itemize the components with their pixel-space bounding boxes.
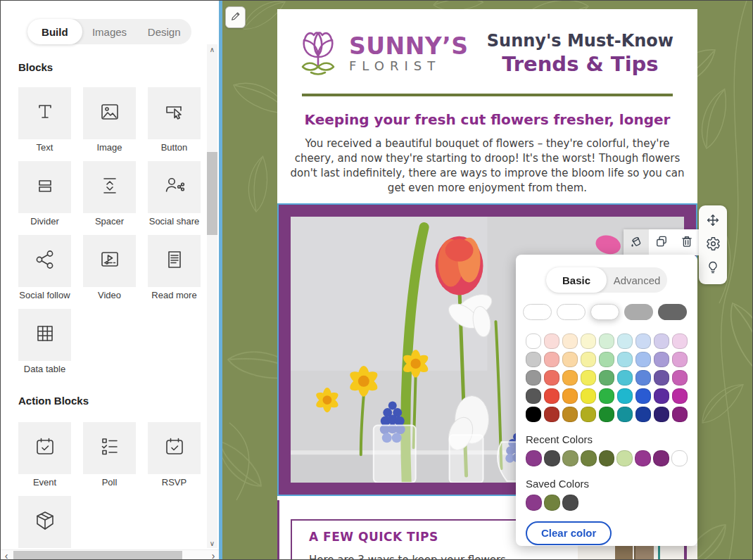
color-swatch[interactable]: [581, 450, 597, 466]
color-swatch[interactable]: [653, 450, 669, 466]
block-spacer[interactable]: Spacer: [83, 161, 136, 229]
color-swatch[interactable]: [562, 388, 578, 404]
color-swatch[interactable]: [544, 370, 559, 386]
color-swatch[interactable]: [562, 333, 578, 349]
block-divider[interactable]: Divider: [18, 161, 71, 229]
color-swatch[interactable]: [617, 333, 633, 349]
color-swatch[interactable]: [526, 407, 541, 422]
color-swatch[interactable]: [672, 352, 688, 367]
block-rsvp[interactable]: RSVP: [148, 422, 201, 490]
body-text-block[interactable]: You received a beautiful bouquet of flow…: [290, 136, 685, 196]
color-swatch[interactable]: [544, 407, 559, 422]
divider-block[interactable]: [302, 94, 673, 96]
color-swatch[interactable]: [526, 370, 541, 386]
color-swatch[interactable]: [672, 333, 688, 349]
scroll-down-arrow[interactable]: ∨: [207, 538, 217, 548]
color-swatch[interactable]: [544, 388, 559, 404]
block-social-share[interactable]: Social share: [148, 161, 201, 229]
duplicate-button[interactable]: [649, 229, 674, 255]
horizontal-scroll-thumb[interactable]: [13, 551, 182, 560]
headline-text-block[interactable]: Keeping your fresh cut flowers fresher, …: [291, 111, 683, 128]
scroll-up-arrow[interactable]: ∧: [207, 44, 217, 54]
color-swatch[interactable]: [581, 388, 596, 404]
color-swatch[interactable]: [526, 450, 542, 466]
color-swatch[interactable]: [562, 450, 578, 466]
color-swatch[interactable]: [599, 388, 614, 404]
block-image[interactable]: Image: [83, 87, 136, 155]
color-swatch[interactable]: [671, 450, 688, 466]
color-swatch[interactable]: [544, 495, 560, 511]
color-swatch[interactable]: [672, 407, 688, 422]
color-swatch[interactable]: [654, 370, 669, 386]
color-swatch[interactable]: [599, 333, 614, 349]
color-swatch[interactable]: [526, 352, 541, 367]
vertical-scroll-thumb[interactable]: [207, 152, 217, 235]
block-video[interactable]: Video: [83, 235, 136, 303]
tab-images[interactable]: Images: [82, 19, 137, 44]
block-event[interactable]: Event: [18, 422, 71, 490]
tab-build[interactable]: Build: [27, 19, 82, 44]
color-swatch[interactable]: [526, 388, 541, 404]
color-swatch[interactable]: [562, 495, 578, 511]
color-swatch[interactable]: [654, 352, 669, 367]
color-swatch[interactable]: [544, 333, 559, 349]
color-swatch[interactable]: [599, 407, 614, 422]
move-handle-icon[interactable]: [705, 212, 721, 231]
block-data-table[interactable]: Data table: [18, 309, 71, 376]
email-header-block[interactable]: SUNNY’S FLORIST Sunny's Must-Know Trends…: [277, 9, 697, 89]
clear-color-button[interactable]: Clear color: [526, 521, 612, 545]
color-swatch[interactable]: [590, 304, 619, 320]
color-swatch[interactable]: [635, 370, 651, 386]
color-swatch[interactable]: [617, 352, 633, 367]
color-swatch[interactable]: [599, 450, 615, 466]
color-swatch[interactable]: [624, 304, 653, 320]
color-swatch[interactable]: [617, 407, 633, 422]
color-swatch[interactable]: [635, 352, 651, 367]
tab-basic[interactable]: Basic: [546, 267, 607, 293]
color-swatch[interactable]: [672, 388, 688, 404]
color-swatch[interactable]: [526, 333, 541, 349]
color-swatch[interactable]: [581, 407, 596, 422]
color-swatch[interactable]: [635, 407, 651, 422]
color-swatch[interactable]: [654, 333, 669, 349]
lightbulb-icon[interactable]: [706, 260, 720, 277]
gear-icon[interactable]: [706, 236, 721, 254]
color-swatch[interactable]: [557, 304, 586, 320]
block-read-more[interactable]: Read more: [148, 235, 201, 303]
fill-color-button[interactable]: [624, 229, 649, 255]
color-swatch[interactable]: [617, 370, 633, 386]
tab-design[interactable]: Design: [137, 19, 191, 44]
color-swatch[interactable]: [544, 352, 559, 367]
color-swatch[interactable]: [581, 352, 596, 367]
color-swatch[interactable]: [635, 450, 651, 466]
color-swatch[interactable]: [581, 333, 596, 349]
color-swatch[interactable]: [617, 388, 633, 404]
color-swatch[interactable]: [562, 370, 578, 386]
color-swatch[interactable]: [599, 352, 614, 367]
tab-advanced[interactable]: Advanced: [607, 267, 667, 293]
color-swatch[interactable]: [672, 370, 688, 386]
color-swatch[interactable]: [544, 450, 560, 466]
color-swatch[interactable]: [526, 495, 542, 511]
horizontal-scrollbar[interactable]: ‹ ›: [1, 549, 219, 560]
color-swatch[interactable]: [523, 304, 552, 320]
scroll-left-arrow[interactable]: ‹: [1, 550, 12, 560]
color-swatch[interactable]: [616, 450, 633, 466]
color-swatch[interactable]: [635, 388, 651, 404]
vertical-scrollbar[interactable]: ∧ ∨: [207, 44, 217, 548]
block-social-follow[interactable]: Social follow: [18, 235, 71, 303]
color-swatch[interactable]: [654, 407, 669, 422]
partially-hidden-image-block[interactable]: [578, 546, 697, 560]
color-swatch[interactable]: [658, 304, 687, 320]
color-swatch[interactable]: [562, 352, 578, 367]
delete-button[interactable]: [674, 229, 700, 255]
block-button[interactable]: Button: [148, 87, 201, 155]
block-poll[interactable]: Poll: [83, 422, 136, 490]
color-swatch[interactable]: [654, 388, 669, 404]
color-swatch[interactable]: [562, 407, 578, 422]
scroll-right-arrow[interactable]: ›: [208, 550, 219, 560]
block-text[interactable]: Text: [18, 87, 71, 155]
color-swatch[interactable]: [581, 370, 596, 386]
color-swatch[interactable]: [635, 333, 651, 349]
color-swatch[interactable]: [599, 370, 614, 386]
